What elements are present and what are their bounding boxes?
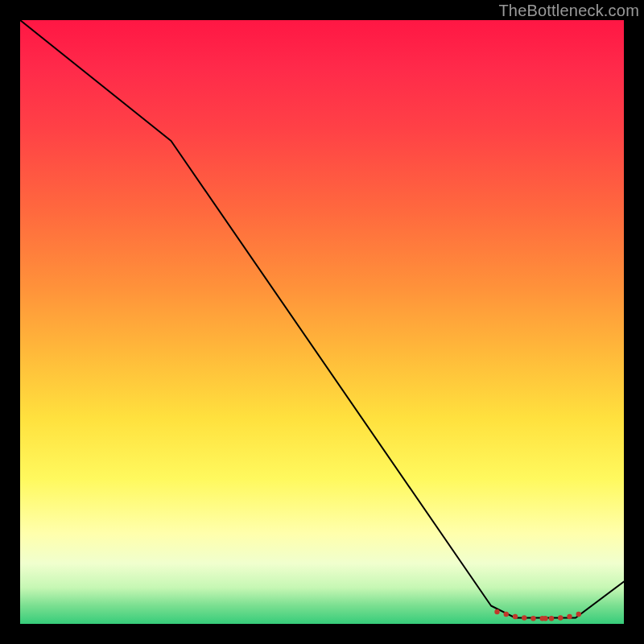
chart-svg — [20, 20, 624, 624]
marker-dot — [549, 616, 554, 621]
marker-dot — [494, 609, 499, 614]
marker-dot — [513, 614, 518, 619]
marker-dot — [576, 612, 581, 617]
optimal-range-markers — [494, 609, 581, 621]
bottleneck-curve-line — [20, 20, 624, 618]
marker-dot — [522, 615, 526, 620]
marker-dot — [558, 615, 563, 620]
watermark-text: TheBottleneck.com — [498, 2, 639, 20]
marker-dot — [504, 612, 509, 617]
plot-area — [20, 20, 624, 624]
marker-dot — [530, 616, 535, 621]
marker-dot — [543, 616, 547, 621]
marker-dot — [567, 614, 572, 619]
line-series — [20, 20, 624, 618]
chart-stage: TheBottleneck.com — [0, 0, 644, 644]
